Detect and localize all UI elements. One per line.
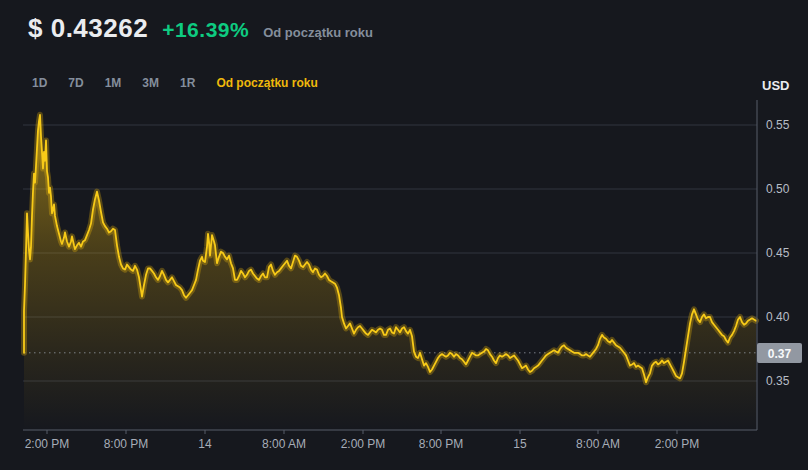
y-axis-label: 0.35 <box>766 374 790 388</box>
current-price-badge-label: 0.37 <box>768 347 792 361</box>
y-axis-label: 0.50 <box>766 182 790 196</box>
x-axis-label: 8:00 AM <box>262 437 306 451</box>
app: { "header": { "price": "$ 0.43262", "cha… <box>0 0 808 470</box>
x-axis-label: 8:00 PM <box>104 437 149 451</box>
x-axis-label: 8:00 PM <box>419 437 464 451</box>
x-axis-label: 2:00 PM <box>655 437 700 451</box>
x-axis-label: 15 <box>513 437 527 451</box>
x-axis-label: 2:00 PM <box>341 437 386 451</box>
x-axis-label: 8:00 AM <box>576 437 620 451</box>
price-chart[interactable]: 2:00 PM8:00 PM148:00 AM2:00 PM8:00 PM158… <box>0 0 808 470</box>
price-chart-panel: $ 0.43262 +16.39% Od początku roku 1D 7D… <box>0 0 808 470</box>
y-axis-label: 0.55 <box>766 118 790 132</box>
x-axis-label: 14 <box>198 437 212 451</box>
x-axis-label: 2:00 PM <box>25 437 70 451</box>
y-axis-label: 0.40 <box>766 310 790 324</box>
y-axis-label: 0.45 <box>766 246 790 260</box>
